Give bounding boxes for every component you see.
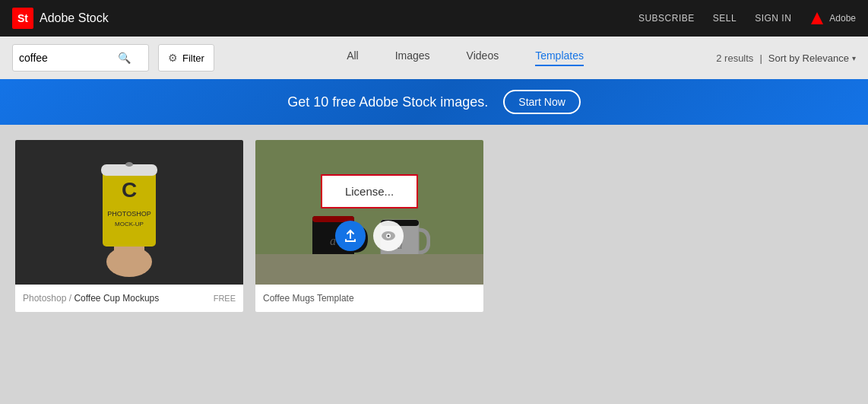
upload-button[interactable]: [335, 221, 366, 251]
upload-icon: [343, 228, 358, 243]
card-2-image: a a License...: [255, 140, 483, 285]
filter-label: Filter: [182, 52, 204, 64]
card-2: a a License...: [255, 140, 483, 312]
preview-button[interactable]: [373, 221, 404, 251]
card-2-footer: Coffee Mugs Template: [255, 285, 483, 312]
tab-images[interactable]: Images: [395, 49, 430, 66]
card-1: C PHOTOSHOP MOCK-UP Photoshop / Coffee C…: [15, 140, 243, 312]
card-1-subtitle: Coffee Cup Mockups: [74, 293, 159, 304]
filter-icon: ⚙: [168, 52, 178, 64]
divider: |: [759, 52, 762, 64]
svg-marker-0: [811, 12, 823, 24]
svg-text:PHOTOSHOP: PHOTOSHOP: [107, 210, 150, 218]
svg-text:MOCK-UP: MOCK-UP: [115, 221, 144, 227]
banner-text: Get 10 free Adobe Stock images.: [287, 94, 488, 110]
tab-navigation: All Images Videos Templates: [223, 49, 707, 66]
sort-label: Sort by Relevance: [768, 52, 849, 64]
tab-videos[interactable]: Videos: [467, 49, 499, 66]
card-1-badge: FREE: [214, 294, 236, 303]
sort-dropdown[interactable]: Sort by Relevance ▾: [768, 52, 856, 64]
st-badge: St: [12, 8, 33, 29]
nav-links: SUBSCRIBE SELL SIGN IN Adobe: [638, 11, 856, 26]
card-1-category: Photoshop: [23, 293, 66, 304]
card-1-title: Photoshop / Coffee Cup Mockups: [23, 293, 159, 304]
filter-button[interactable]: ⚙ Filter: [158, 44, 214, 72]
tab-all[interactable]: All: [347, 49, 359, 66]
results-count: 2 results: [716, 52, 753, 64]
license-text: License...: [345, 185, 394, 198]
coffee-cup-mockup: C PHOTOSHOP MOCK-UP: [87, 148, 171, 277]
card-1-image: C PHOTOSHOP MOCK-UP: [15, 140, 243, 285]
logo: St Adobe Stock: [12, 8, 109, 29]
subscribe-link[interactable]: SUBSCRIBE: [638, 13, 695, 24]
top-navigation: St Adobe Stock SUBSCRIBE SELL SIGN IN Ad…: [0, 0, 868, 37]
svg-point-19: [388, 234, 390, 237]
adobe-logo-area: Adobe: [809, 11, 856, 26]
adobe-icon: [809, 11, 825, 26]
card-actions: [335, 221, 404, 251]
search-bar: 🔍 ⚙ Filter All Images Videos Templates 2…: [0, 37, 868, 79]
start-now-button[interactable]: Start Now: [503, 90, 580, 114]
search-button[interactable]: 🔍: [118, 52, 131, 64]
search-input[interactable]: [19, 52, 118, 64]
sign-in-link[interactable]: SIGN IN: [755, 13, 791, 24]
logo-text: Adobe Stock: [40, 11, 109, 25]
results-bar: 2 results | Sort by Relevance ▾: [716, 52, 856, 64]
eye-icon: [382, 231, 395, 240]
card-2-title: Coffee Mugs Template: [263, 293, 354, 304]
sell-link[interactable]: SELL: [713, 13, 737, 24]
license-box: License...: [321, 174, 418, 208]
adobe-text: Adobe: [829, 13, 856, 24]
search-input-wrap[interactable]: 🔍: [12, 44, 149, 72]
card-2-overlay: License...: [255, 140, 483, 285]
card-1-footer: Photoshop / Coffee Cup Mockups FREE: [15, 285, 243, 312]
svg-text:C: C: [122, 178, 137, 202]
main-content: C PHOTOSHOP MOCK-UP Photoshop / Coffee C…: [0, 125, 868, 327]
svg-point-8: [125, 162, 133, 167]
promo-banner: Get 10 free Adobe Stock images. Start No…: [0, 79, 868, 125]
chevron-down-icon: ▾: [852, 54, 856, 62]
tab-templates[interactable]: Templates: [535, 49, 584, 66]
